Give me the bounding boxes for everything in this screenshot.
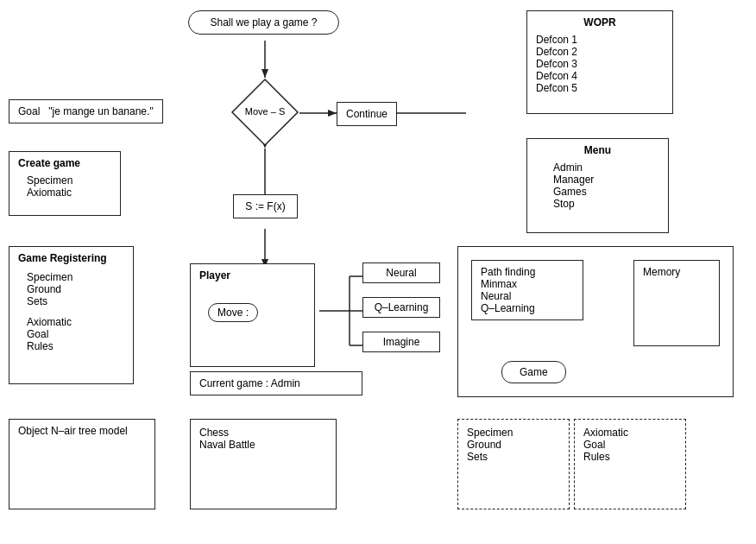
agr-rules: Rules [583, 451, 677, 463]
agr-goal: Goal [583, 439, 677, 451]
svg-marker-12 [261, 69, 268, 78]
create-axiomatic: Axiomatic [27, 187, 111, 199]
games-list-box: Chess Naval Battle [190, 419, 337, 509]
games-naval: Naval Battle [199, 439, 327, 451]
menu-stop: Stop [553, 198, 659, 210]
move-s-diamond: Move – S [230, 78, 299, 147]
neural-label: Neural [386, 267, 416, 279]
pf-minmax: Minmax [481, 278, 574, 290]
wopr-item-2: Defcon 2 [536, 46, 664, 58]
wopr-title: WOPR [536, 16, 664, 28]
pf-pathfinding: Path finding [481, 266, 574, 278]
memory-box: Memory [633, 260, 720, 346]
path-finding-box: Path finding Minmax Neural Q–Learning [471, 260, 583, 320]
games-chess: Chess [199, 427, 327, 439]
continue-label: Continue [346, 108, 387, 120]
move-label: Move : [217, 307, 249, 319]
menu-admin: Admin [553, 161, 659, 174]
player-title: Player [199, 269, 306, 281]
imagine-box[interactable]: Imagine [362, 332, 440, 352]
sfx-box: S := F(x) [233, 194, 298, 218]
goal-value: "je mange un banane." [48, 105, 153, 117]
gr-specimen: Specimen [27, 271, 124, 283]
sgs-specimen: Specimen [467, 427, 560, 439]
create-game-title: Create game [18, 157, 111, 169]
svg-text:Move – S: Move – S [245, 106, 285, 117]
gr-goal: Goal [27, 328, 124, 340]
object-box: Object N–air tree model [9, 419, 155, 509]
menu-title: Menu [536, 144, 659, 156]
gr-axiomatic: Axiomatic [27, 316, 124, 328]
specimen-ground-sets-box: Specimen Ground Sets [457, 419, 570, 509]
sgs-sets: Sets [467, 451, 560, 463]
imagine-label: Imagine [383, 336, 420, 348]
wopr-box: WOPR Defcon 1 Defcon 2 Defcon 3 Defcon 4… [526, 10, 673, 114]
gr-rules: Rules [27, 340, 124, 352]
game-button[interactable]: Game [501, 361, 566, 383]
menu-games: Games [553, 186, 659, 198]
path-finding-area: Path finding Minmax Neural Q–Learning Me… [457, 246, 734, 397]
wopr-item-3: Defcon 3 [536, 58, 664, 70]
axiomatic-goal-rules-box: Axiomatic Goal Rules [574, 419, 686, 509]
continue-box: Continue [337, 102, 397, 126]
wopr-item-1: Defcon 1 [536, 34, 664, 46]
create-specimen: Specimen [27, 174, 111, 187]
wopr-item-5: Defcon 5 [536, 82, 664, 94]
gr-ground: Ground [27, 283, 124, 295]
game-registering-box: Game Registering Specimen Ground Sets Ax… [9, 246, 134, 384]
current-game-box: Current game : Admin [190, 371, 362, 395]
start-label: Shall we play a game ? [210, 16, 317, 28]
pf-qlearning: Q–Learning [481, 302, 574, 314]
move-button[interactable]: Move : [208, 303, 258, 322]
neural-box[interactable]: Neural [362, 263, 440, 283]
memory-label: Memory [643, 266, 680, 278]
menu-manager: Manager [553, 174, 659, 186]
sgs-ground: Ground [467, 439, 560, 451]
svg-marker-11 [328, 110, 337, 117]
player-box: Player Move : [190, 263, 315, 367]
gr-sets: Sets [27, 295, 124, 307]
start-box: Shall we play a game ? [188, 10, 339, 35]
goal-box: Goal "je mange un banane." [9, 99, 163, 123]
menu-box: Menu Admin Manager Games Stop [526, 138, 669, 233]
object-title: Object N–air tree model [18, 425, 146, 437]
diagram: Shall we play a game ? Move – S Continue… [0, 0, 756, 544]
game-registering-title: Game Registering [18, 252, 124, 264]
create-game-box: Create game Specimen Axiomatic [9, 151, 121, 216]
q-learning-label: Q–Learning [375, 301, 429, 313]
wopr-item-4: Defcon 4 [536, 70, 664, 82]
current-game-label: Current game : Admin [199, 377, 300, 389]
goal-label: Goal [18, 105, 48, 117]
sfx-label: S := F(x) [245, 200, 285, 212]
q-learning-box[interactable]: Q–Learning [362, 297, 440, 318]
game-button-label: Game [520, 366, 548, 378]
pf-neural: Neural [481, 290, 574, 302]
agr-axiomatic: Axiomatic [583, 427, 677, 439]
